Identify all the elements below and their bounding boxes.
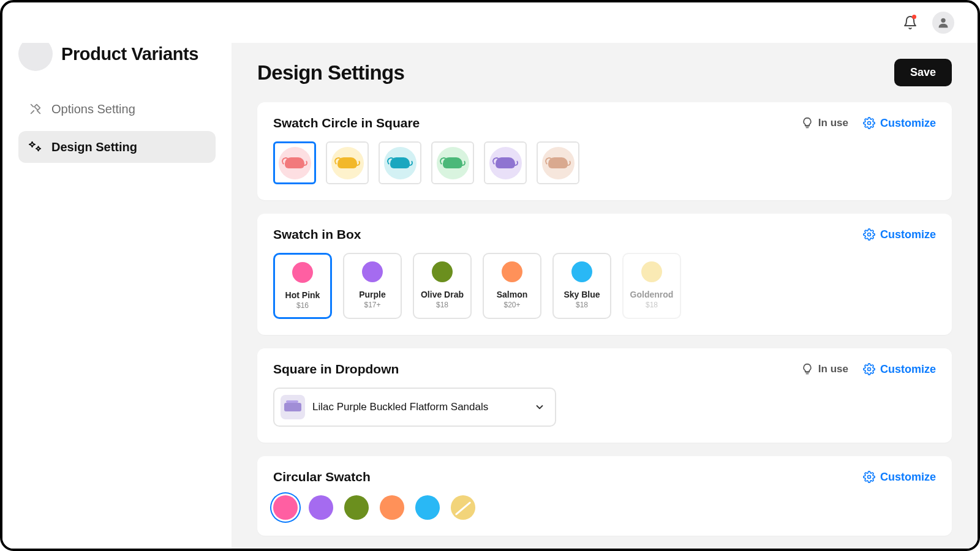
in-use-badge: In use bbox=[801, 363, 848, 375]
nav-options-setting[interactable]: Options Setting bbox=[18, 93, 216, 125]
bag-icon bbox=[285, 157, 304, 168]
bag-icon bbox=[548, 157, 568, 168]
page-title: Design Settings bbox=[257, 61, 404, 84]
section-title: Swatch in Box bbox=[273, 227, 361, 242]
swatch-name: Salmon bbox=[497, 290, 528, 299]
bag-icon bbox=[337, 157, 357, 168]
circular-swatch[interactable] bbox=[451, 495, 475, 520]
swatch-name: Goldenrod bbox=[630, 290, 674, 299]
sidebar: Product Variants Options Setting Design … bbox=[2, 43, 232, 549]
customize-button[interactable]: Customize bbox=[863, 228, 936, 241]
swatch-price: $18 bbox=[436, 301, 448, 309]
swatch-box[interactable]: Olive Drab$18 bbox=[413, 253, 472, 319]
swatch-box[interactable]: Hot Pink$16 bbox=[273, 253, 332, 319]
section-swatch-circle-in-square: Swatch Circle in Square In use Customize bbox=[257, 102, 952, 200]
notifications-button[interactable] bbox=[899, 12, 921, 34]
bag-icon bbox=[443, 157, 462, 168]
swatch-tile-teal[interactable] bbox=[379, 141, 421, 184]
swatch-tile-green[interactable] bbox=[431, 141, 474, 184]
notification-dot bbox=[912, 15, 916, 19]
swatch-tile-yellow[interactable] bbox=[326, 141, 369, 184]
swatch-price: $20+ bbox=[503, 301, 520, 309]
in-use-badge: In use bbox=[801, 117, 848, 129]
gear-icon bbox=[863, 228, 875, 241]
chevron-down-icon bbox=[534, 402, 545, 413]
svg-point-1 bbox=[867, 122, 870, 125]
app-title: Product Variants bbox=[61, 44, 198, 64]
swatch-box[interactable]: Salmon$20+ bbox=[483, 253, 541, 319]
gear-icon bbox=[863, 117, 875, 129]
color-dot bbox=[571, 261, 592, 282]
bag-icon bbox=[496, 157, 515, 168]
swatch-box: Goldenrod$18 bbox=[622, 253, 681, 319]
variant-dropdown[interactable]: Lilac Purple Buckled Flatform Sandals bbox=[273, 388, 556, 427]
swatch-price: $17+ bbox=[364, 301, 380, 309]
color-dot bbox=[641, 261, 662, 282]
svg-point-2 bbox=[867, 233, 870, 236]
gear-icon bbox=[863, 363, 875, 375]
dropdown-value: Lilac Purple Buckled Flatform Sandals bbox=[312, 401, 527, 413]
bag-icon bbox=[390, 157, 410, 168]
avatar-button[interactable] bbox=[932, 12, 954, 34]
color-dot bbox=[502, 261, 522, 282]
swatch-price: $16 bbox=[296, 301, 309, 310]
section-title: Swatch Circle in Square bbox=[273, 116, 420, 130]
circular-swatch[interactable] bbox=[415, 495, 440, 520]
swatch-box[interactable]: Sky Blue$18 bbox=[552, 253, 611, 319]
circular-swatch[interactable] bbox=[380, 495, 404, 520]
swatch-tile-purple[interactable] bbox=[484, 141, 527, 184]
app-logo bbox=[18, 43, 53, 71]
swatch-name: Olive Drab bbox=[421, 290, 464, 299]
section-title: Circular Swatch bbox=[273, 470, 371, 484]
swatch-box[interactable]: Purple$17+ bbox=[343, 253, 402, 319]
customize-button[interactable]: Customize bbox=[863, 117, 936, 130]
swatch-circle bbox=[384, 147, 417, 179]
nav-label: Options Setting bbox=[51, 102, 135, 116]
section-title: Square in Dropdown bbox=[273, 362, 399, 377]
nav-label: Design Setting bbox=[51, 140, 137, 154]
section-circular-swatch: Circular Swatch Customize bbox=[257, 456, 952, 536]
section-swatch-in-box: Swatch in Box Customize Hot Pink$16Purpl… bbox=[257, 214, 952, 335]
color-dot bbox=[292, 262, 313, 283]
swatch-tile-pink[interactable] bbox=[273, 141, 316, 184]
gear-icon bbox=[863, 471, 875, 483]
dropdown-thumbnail bbox=[281, 395, 305, 419]
person-icon bbox=[937, 16, 950, 29]
color-dot bbox=[362, 261, 383, 282]
swatch-circle bbox=[489, 147, 522, 179]
svg-point-0 bbox=[941, 18, 945, 23]
svg-point-4 bbox=[867, 476, 870, 479]
color-dot bbox=[432, 261, 453, 282]
svg-point-3 bbox=[867, 368, 870, 371]
circular-swatch[interactable] bbox=[344, 495, 369, 520]
bulb-icon bbox=[801, 363, 813, 375]
customize-button[interactable]: Customize bbox=[863, 363, 936, 376]
swatch-name: Purple bbox=[359, 290, 386, 299]
tools-icon bbox=[28, 102, 43, 116]
app-header: Product Variants bbox=[18, 43, 216, 71]
save-button[interactable]: Save bbox=[894, 59, 952, 86]
swatch-circle bbox=[437, 147, 469, 179]
swatch-circle bbox=[279, 147, 311, 179]
swatch-price: $18 bbox=[576, 301, 588, 309]
swatch-circle bbox=[331, 147, 364, 179]
swatch-name: Hot Pink bbox=[285, 290, 320, 300]
bulb-icon bbox=[801, 117, 813, 129]
main-content: Design Settings Save Swatch Circle in Sq… bbox=[232, 43, 978, 549]
customize-button[interactable]: Customize bbox=[863, 471, 936, 484]
swatch-circle bbox=[542, 147, 575, 179]
swatch-tile-tan[interactable] bbox=[537, 141, 579, 184]
nav-design-setting[interactable]: Design Setting bbox=[18, 131, 216, 163]
sparkles-icon bbox=[28, 140, 43, 154]
swatch-price: $18 bbox=[646, 301, 658, 309]
circular-swatch[interactable] bbox=[273, 495, 298, 520]
section-square-in-dropdown: Square in Dropdown In use Customize bbox=[257, 348, 952, 443]
circular-swatch[interactable] bbox=[309, 495, 333, 520]
swatch-name: Sky Blue bbox=[564, 290, 600, 299]
